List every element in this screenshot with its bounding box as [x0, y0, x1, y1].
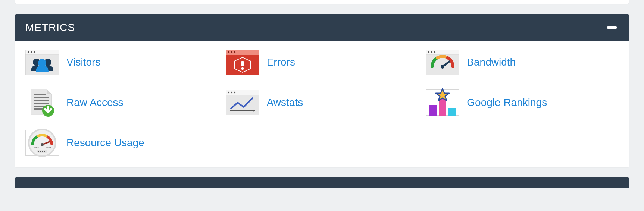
svg-rect-54: [40, 151, 41, 152]
svg-point-11: [228, 51, 229, 53]
panel-title: METRICS: [25, 22, 75, 34]
metrics-item-visitors[interactable]: Visitors: [25, 49, 218, 75]
svg-rect-44: [448, 108, 456, 116]
svg-rect-36: [226, 90, 259, 95]
svg-rect-55: [42, 151, 43, 152]
svg-text:MIN: MIN: [34, 146, 39, 149]
metrics-item-awstats[interactable]: Awstats: [226, 89, 419, 116]
svg-point-21: [431, 51, 432, 53]
svg-point-5: [34, 51, 35, 53]
svg-point-37: [228, 92, 229, 93]
metrics-item-google-rankings[interactable]: Google Rankings: [426, 89, 619, 116]
svg-point-49: [41, 143, 44, 146]
minus-icon: [607, 26, 617, 29]
item-label: Visitors: [66, 56, 100, 68]
metrics-item-bandwidth[interactable]: Bandwidth: [426, 49, 619, 75]
svg-marker-45: [436, 89, 449, 101]
google-rankings-icon: [426, 89, 459, 116]
bandwidth-icon: [426, 49, 459, 75]
metrics-item-errors[interactable]: Errors: [226, 49, 419, 75]
collapse-toggle[interactable]: [605, 21, 619, 34]
metrics-panel: METRICS: [15, 14, 629, 167]
svg-rect-56: [44, 151, 45, 152]
item-label: Resource Usage: [66, 137, 144, 149]
svg-point-3: [28, 51, 29, 53]
svg-rect-0: [607, 26, 617, 29]
svg-rect-16: [241, 61, 244, 66]
svg-point-4: [31, 51, 32, 53]
item-label: Raw Access: [66, 97, 124, 108]
svg-rect-42: [429, 105, 437, 116]
svg-point-12: [231, 51, 232, 53]
svg-rect-19: [426, 50, 459, 55]
svg-point-39: [234, 92, 235, 93]
item-label: Errors: [267, 56, 295, 68]
svg-point-20: [428, 51, 429, 53]
panel-body: Visitors Errors: [15, 41, 629, 167]
visitors-icon: [25, 49, 59, 75]
metrics-item-raw-access[interactable]: Raw Access: [25, 89, 218, 116]
panel-header[interactable]: METRICS: [15, 14, 629, 41]
awstats-icon: [226, 89, 259, 116]
svg-point-17: [241, 67, 243, 70]
svg-rect-10: [226, 50, 259, 55]
svg-point-38: [231, 92, 232, 93]
next-panel-header[interactable]: [15, 177, 629, 188]
item-label: Awstats: [267, 97, 303, 108]
svg-text:MAX: MAX: [46, 146, 52, 149]
errors-icon: [226, 49, 259, 75]
item-label: Google Rankings: [467, 97, 547, 108]
svg-point-13: [234, 51, 235, 53]
svg-rect-53: [38, 151, 39, 152]
svg-rect-2: [25, 50, 59, 55]
svg-marker-26: [47, 89, 52, 94]
svg-point-22: [434, 51, 435, 53]
item-label: Bandwidth: [467, 56, 516, 68]
previous-panel-bottom: [15, 0, 629, 4]
metrics-item-resource-usage[interactable]: MIN MAX Resource Usage: [25, 130, 218, 156]
raw-access-icon: [25, 89, 59, 116]
resource-usage-icon: MIN MAX: [25, 130, 59, 156]
svg-rect-43: [439, 99, 446, 116]
